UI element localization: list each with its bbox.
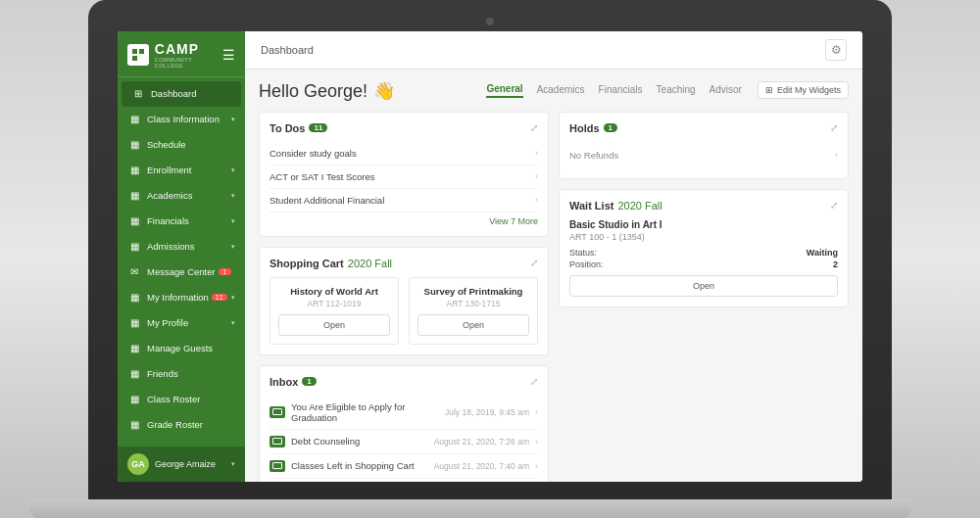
holds-badge: 1 bbox=[604, 123, 617, 132]
admissions-icon: ▦ bbox=[127, 240, 141, 254]
sidebar: CAMP COMMUNITY COLLEGE ☰ ⊞ Dashboard ▦ C… bbox=[118, 31, 245, 482]
app-name: CAMP bbox=[155, 41, 222, 57]
manage-guests-icon: ▦ bbox=[127, 342, 141, 355]
cart-open-button[interactable]: Open bbox=[417, 314, 529, 336]
cart-item-name: Survey of Printmaking bbox=[417, 286, 529, 297]
waitlist-title: Wait List 2020 Fall bbox=[569, 200, 662, 212]
sidebar-item-class-roster[interactable]: ▦ Class Roster bbox=[118, 387, 245, 412]
tab-teaching[interactable]: Teaching bbox=[657, 84, 696, 97]
tabs-row: General Academics Financials Teaching Ad… bbox=[486, 83, 742, 98]
chevron-icon: ▾ bbox=[231, 243, 235, 251]
class-roster-icon: ▦ bbox=[127, 393, 141, 406]
sidebar-item-my-information[interactable]: ▦ My Information 11 ▾ bbox=[118, 285, 245, 310]
cart-items: History of World Art ART 112-1019 Open S… bbox=[270, 277, 538, 345]
tab-general[interactable]: General bbox=[486, 83, 522, 98]
message-badge: 1 bbox=[219, 268, 231, 275]
nav-label: Enrollment bbox=[147, 165, 191, 175]
todo-chevron-icon: › bbox=[535, 171, 538, 181]
nav-label: My Information bbox=[147, 292, 209, 303]
hello-text: Hello George! bbox=[259, 81, 368, 101]
sidebar-item-class-information[interactable]: ▦ Class Information ▾ bbox=[118, 107, 245, 132]
chevron-icon: ▾ bbox=[231, 116, 235, 123]
inbox-message: You Are Eligible to Apply for Graduation bbox=[291, 401, 439, 423]
inbox-date: July 18, 2019, 9:45 am bbox=[445, 407, 529, 417]
laptop-base bbox=[29, 499, 911, 519]
sidebar-item-friends[interactable]: ▦ Friends bbox=[118, 361, 245, 387]
hamburger-icon[interactable]: ☰ bbox=[222, 47, 235, 63]
inbox-item[interactable]: You Are Eligible to Apply for Graduation… bbox=[270, 396, 538, 430]
message-icon: ✉ bbox=[127, 265, 141, 279]
edit-widgets-button[interactable]: ⊞ Edit My Widgets bbox=[758, 81, 849, 99]
my-info-icon: ▦ bbox=[127, 291, 141, 305]
status-label: Status: bbox=[569, 248, 597, 258]
inbox-arrow-icon: › bbox=[535, 407, 538, 417]
user-name: George Amaize bbox=[155, 459, 216, 469]
sidebar-item-message-center[interactable]: ✉ Message Center 1 bbox=[118, 259, 245, 285]
sidebar-item-view-advisees[interactable]: ▦ View Advisees bbox=[118, 438, 245, 447]
tab-financials[interactable]: Financials bbox=[599, 84, 643, 97]
holds-expand-icon[interactable]: ⤢ bbox=[830, 122, 838, 133]
sidebar-user[interactable]: GA George Amaize ▾ bbox=[118, 447, 245, 482]
todos-view-more[interactable]: View 7 More bbox=[270, 216, 538, 226]
nav-label: View Advisees bbox=[147, 445, 207, 447]
holds-widget: Holds 1 ⤢ No Refunds › bbox=[559, 112, 849, 179]
top-bar: Dashboard ⚙ bbox=[245, 31, 862, 70]
waitlist-open-button[interactable]: Open bbox=[569, 275, 838, 297]
todo-item[interactable]: Student Additional Financial › bbox=[270, 189, 538, 212]
gear-button[interactable]: ⚙ bbox=[825, 39, 847, 61]
inbox-message: Debt Counseling bbox=[291, 436, 428, 447]
sidebar-item-grade-roster[interactable]: ▦ Grade Roster bbox=[118, 412, 245, 438]
cart-expand-icon[interactable]: ⤢ bbox=[530, 258, 538, 268]
todos-header: To Dos 11 ⤢ bbox=[270, 122, 538, 134]
svg-rect-1 bbox=[139, 49, 144, 54]
nav-label: Financials bbox=[147, 215, 189, 226]
chevron-icon: ▾ bbox=[231, 217, 235, 225]
cart-item-name: History of World Art bbox=[278, 286, 390, 297]
inbox-date: August 21, 2020, 7:40 am bbox=[434, 461, 529, 471]
sidebar-logo: CAMP COMMUNITY COLLEGE ☰ bbox=[118, 31, 245, 77]
nav-label: Dashboard bbox=[151, 88, 196, 99]
chevron-icon: ▾ bbox=[231, 294, 235, 302]
svg-rect-2 bbox=[132, 56, 137, 61]
sidebar-item-my-profile[interactable]: ▦ My Profile ▾ bbox=[118, 310, 245, 336]
waitlist-semester: 2020 Fall bbox=[617, 200, 662, 212]
cart-semester: 2020 Fall bbox=[348, 258, 392, 269]
svg-rect-3 bbox=[139, 56, 144, 61]
inbox-date: August 21, 2020, 7:26 am bbox=[434, 437, 529, 447]
tab-advisor[interactable]: Advisor bbox=[710, 84, 742, 97]
todo-item[interactable]: Consider study goals › bbox=[270, 142, 538, 165]
nav-label: Schedule bbox=[147, 139, 186, 150]
sidebar-item-financials[interactable]: ▦ Financials ▾ bbox=[118, 209, 245, 234]
inbox-expand-icon[interactable]: ⤢ bbox=[530, 376, 538, 387]
waitlist-expand-icon[interactable]: ⤢ bbox=[830, 200, 838, 211]
holds-empty-message[interactable]: No Refunds › bbox=[569, 142, 838, 168]
sidebar-item-manage-guests[interactable]: ▦ Manage Guests bbox=[118, 336, 245, 361]
inbox-item[interactable]: Debt Counseling August 21, 2020, 7:26 am… bbox=[270, 430, 538, 454]
holds-header: Holds 1 ⤢ bbox=[569, 122, 838, 134]
user-avatar: GA bbox=[127, 453, 149, 475]
academics-icon: ▦ bbox=[127, 189, 141, 203]
sidebar-item-academics[interactable]: ▦ Academics ▾ bbox=[118, 183, 245, 209]
sidebar-item-admissions[interactable]: ▦ Admissions ▾ bbox=[118, 234, 245, 259]
chevron-icon: ▾ bbox=[231, 166, 235, 174]
inbox-mail-icon bbox=[270, 436, 285, 447]
nav-label: My Profile bbox=[147, 317, 188, 328]
cart-open-button[interactable]: Open bbox=[278, 314, 390, 336]
no-refunds-text: No Refunds bbox=[569, 150, 618, 161]
left-column: To Dos 11 ⤢ Consider study goals › bbox=[259, 112, 549, 482]
todo-chevron-icon: › bbox=[535, 148, 538, 158]
sidebar-nav: ⊞ Dashboard ▦ Class Information ▾ ▦ Sche… bbox=[118, 77, 245, 447]
nav-label: Grade Roster bbox=[147, 419, 203, 430]
nav-label: Class Roster bbox=[147, 394, 200, 404]
inbox-item[interactable]: Classes Left in Shopping Cart August 21,… bbox=[270, 454, 538, 479]
chevron-icon: ▾ bbox=[231, 192, 235, 200]
todo-chevron-icon: › bbox=[535, 195, 538, 205]
todos-expand-icon[interactable]: ⤢ bbox=[530, 122, 538, 133]
tab-academics[interactable]: Academics bbox=[537, 84, 585, 97]
sidebar-item-schedule[interactable]: ▦ Schedule bbox=[118, 132, 245, 158]
sidebar-item-dashboard[interactable]: ⊞ Dashboard bbox=[122, 81, 241, 107]
nav-label: Class Information bbox=[147, 114, 220, 124]
waitlist-status-row: Status: Waiting bbox=[569, 248, 838, 258]
sidebar-item-enrollment[interactable]: ▦ Enrollment ▾ bbox=[118, 158, 245, 183]
todo-item[interactable]: ACT or SAT I Test Scores › bbox=[270, 165, 538, 189]
